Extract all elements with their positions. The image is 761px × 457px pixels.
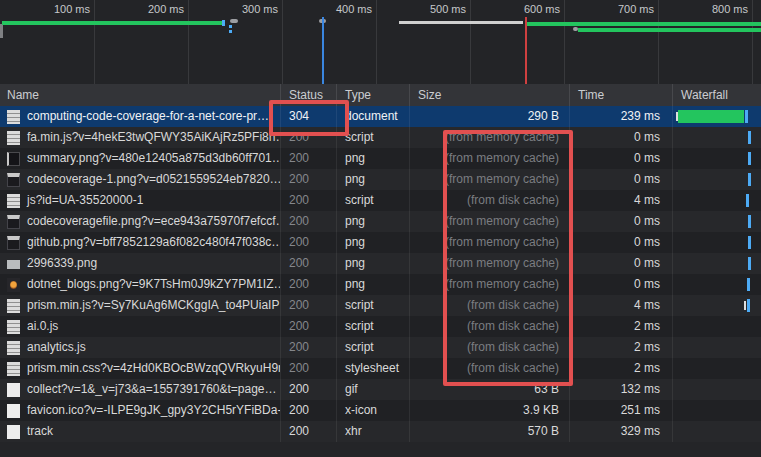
column-header-waterfall[interactable]: Waterfall: [673, 84, 761, 106]
request-name: computing-code-coverage-for-a-net-core-p…: [27, 106, 269, 127]
request-waterfall: [673, 190, 761, 211]
request-type: png: [337, 232, 410, 253]
request-type: script: [337, 316, 410, 337]
column-header-size[interactable]: Size: [410, 84, 570, 106]
request-status: 200: [281, 316, 337, 337]
overview-bar-gray-tick: [230, 19, 238, 23]
table-row[interactable]: collect?v=1&_v=j73&a=1557391760&t=page… …: [0, 379, 761, 400]
table-row[interactable]: computing-code-coverage-for-a-net-core-p…: [0, 106, 761, 127]
request-name: summary.png?v=480e12405a875d3db60ff701…: [27, 148, 281, 169]
img-top-file-icon: [7, 236, 20, 250]
request-waterfall: [673, 400, 761, 421]
ruler-tick-label: 400 ms: [302, 3, 372, 15]
request-time: 0 ms: [570, 253, 673, 274]
request-status: 200: [281, 232, 337, 253]
waterfall-blue-tick: [746, 194, 749, 207]
request-name: 2996339.png: [27, 253, 97, 274]
request-name-cell: computing-code-coverage-for-a-net-core-p…: [0, 106, 281, 127]
request-name-cell: github.png?v=bff7852129a6f082c480f47f038…: [0, 232, 281, 253]
red-highlight-box: [443, 130, 573, 386]
table-row[interactable]: ai.0.js 200 script (from disk cache) 2 m…: [0, 316, 761, 337]
request-status: 200: [281, 400, 337, 421]
request-time: 4 ms: [570, 190, 673, 211]
red-highlight-box: [269, 100, 349, 136]
ruler-tick-label: 200 ms: [114, 3, 184, 15]
request-type: script: [337, 337, 410, 358]
devtools-network-panel: 100 ms200 ms300 ms400 ms500 ms600 ms700 …: [0, 0, 761, 457]
network-overview[interactable]: 100 ms200 ms300 ms400 ms500 ms600 ms700 …: [0, 0, 761, 85]
request-name-cell: codecoverage-1.png?v=d0521559524eb7820…: [0, 169, 281, 190]
request-status: 200: [281, 274, 337, 295]
request-name-cell: js?id=UA-35520000-1: [0, 190, 281, 211]
square-file-icon: [7, 383, 20, 397]
waterfall-blue-tick: [748, 236, 751, 249]
request-status: 200: [281, 379, 337, 400]
request-name: prism.min.css?v=4zHd0KBOcBWzqQVRkyuH9r…: [27, 358, 281, 379]
doc-file-icon: [7, 194, 20, 208]
waterfall-blue-tick: [748, 215, 751, 228]
request-waterfall: [673, 253, 761, 274]
request-waterfall: [673, 106, 761, 127]
request-waterfall: [673, 127, 761, 148]
waterfall-bar: [678, 110, 744, 123]
request-time: 251 ms: [570, 400, 673, 421]
column-header-time[interactable]: Time: [570, 84, 673, 106]
request-name-cell: track: [0, 421, 281, 442]
request-status: 200: [281, 421, 337, 442]
table-row[interactable]: js?id=UA-35520000-1 200 script (from dis…: [0, 190, 761, 211]
overview-bar-blue-dash: [229, 25, 232, 34]
doc-file-icon: [7, 110, 20, 124]
request-type: png: [337, 211, 410, 232]
table-row[interactable]: 2996339.png 200 png (from memory cache) …: [0, 253, 761, 274]
request-name-cell: 2996339.png: [0, 253, 281, 274]
request-time: 0 ms: [570, 211, 673, 232]
request-waterfall: [673, 169, 761, 190]
img-top-file-icon: [7, 173, 20, 187]
request-time: 329 ms: [570, 421, 673, 442]
table-row[interactable]: codecoverage-1.png?v=d0521559524eb7820… …: [0, 169, 761, 190]
ruler-tick-label: 100 ms: [20, 3, 90, 15]
table-row[interactable]: codecoveragefile.png?v=ece943a75970f7efc…: [0, 211, 761, 232]
request-name: ai.0.js: [27, 316, 58, 337]
table-row[interactable]: track 200 xhr 570 B 329 ms: [0, 421, 761, 442]
doc-file-icon: [7, 362, 20, 376]
waterfall-blue-tick: [748, 257, 751, 270]
ruler-tick-label: 300 ms: [208, 3, 278, 15]
request-list: computing-code-coverage-for-a-net-core-p…: [0, 106, 761, 442]
img-color-file-icon: [7, 278, 20, 292]
table-row[interactable]: github.png?v=bff7852129a6f082c480f47f038…: [0, 232, 761, 253]
request-time: 132 ms: [570, 379, 673, 400]
square-file-icon: [7, 425, 20, 439]
table-row[interactable]: favicon.ico?v=-ILPE9gJK_gpy3Y2CH5rYFiBDa…: [0, 400, 761, 421]
request-name-cell: ai.0.js: [0, 316, 281, 337]
request-size: 3.9 KB: [410, 400, 570, 421]
table-row[interactable]: prism.min.js?v=Sy7KuAg6MCKggIA_to4PUiaIP…: [0, 295, 761, 316]
overview-bar-blue-cap: [222, 20, 225, 26]
request-name: codecoveragefile.png?v=ece943a75970f7efc…: [27, 211, 281, 232]
table-row[interactable]: fa.min.js?v=4hekE3twQFWY35AiKAjRz5PFi8h……: [0, 127, 761, 148]
request-type: png: [337, 253, 410, 274]
square-file-icon: [7, 404, 20, 418]
request-type: stylesheet: [337, 358, 410, 379]
request-type: xhr: [337, 421, 410, 442]
ruler-gridline: [376, 0, 377, 84]
waterfall-start-tick: [744, 301, 746, 310]
ruler-gridline: [564, 0, 565, 84]
ruler-tick-label: 500 ms: [396, 3, 466, 15]
request-name: js?id=UA-35520000-1: [27, 190, 143, 211]
request-time: 2 ms: [570, 316, 673, 337]
request-waterfall: [673, 232, 761, 253]
table-row[interactable]: dotnet_blogs.png?v=9K7TsHm0J9kZY7PM1IZ… …: [0, 274, 761, 295]
overview-bar-gray-edge: [0, 24, 3, 38]
table-row[interactable]: analytics.js 200 script (from disk cache…: [0, 337, 761, 358]
request-status: 200: [281, 190, 337, 211]
ruler-tick-label: 700 ms: [584, 3, 654, 15]
table-row[interactable]: summary.png?v=480e12405a875d3db60ff701… …: [0, 148, 761, 169]
request-name: analytics.js: [27, 337, 86, 358]
table-row[interactable]: prism.min.css?v=4zHd0KBOcBWzqQVRkyuH9r… …: [0, 358, 761, 379]
domcontentloaded-line: [322, 17, 324, 84]
request-time: 0 ms: [570, 232, 673, 253]
waterfall-blue-tick: [747, 278, 750, 291]
request-type: png: [337, 274, 410, 295]
column-header-name[interactable]: Name: [0, 84, 281, 106]
